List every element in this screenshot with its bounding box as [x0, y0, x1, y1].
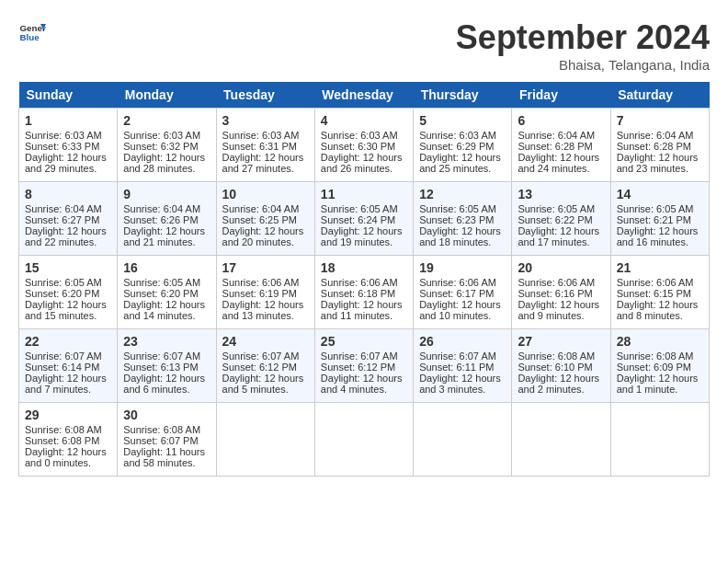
sunrise: Sunrise: 6:07 AM	[419, 350, 496, 362]
table-cell: 18Sunrise: 6:06 AMSunset: 6:18 PMDayligh…	[314, 256, 413, 329]
sunset: Sunset: 6:08 PM	[25, 435, 99, 446]
col-tuesday: Tuesday	[216, 82, 314, 109]
daylight: Daylight: 12 hours and 7 minutes.	[25, 373, 107, 395]
sunset: Sunset: 6:17 PM	[419, 288, 494, 299]
table-cell: 6Sunrise: 6:04 AMSunset: 6:28 PMDaylight…	[512, 109, 610, 182]
logo: General Blue	[18, 18, 46, 46]
sunset: Sunset: 6:14 PM	[25, 362, 99, 373]
day-number: 27	[518, 334, 604, 349]
daylight: Daylight: 12 hours and 1 minute.	[617, 373, 699, 395]
day-number: 17	[222, 260, 309, 275]
sunrise: Sunrise: 6:03 AM	[321, 130, 398, 141]
col-friday: Friday	[512, 82, 610, 109]
table-cell: 15Sunrise: 6:05 AMSunset: 6:20 PMDayligh…	[19, 256, 118, 329]
table-cell	[512, 403, 610, 477]
sunrise: Sunrise: 6:07 AM	[25, 350, 102, 362]
sunset: Sunset: 6:13 PM	[123, 362, 198, 373]
daylight: Daylight: 12 hours and 2 minutes.	[518, 373, 599, 395]
sunset: Sunset: 6:33 PM	[25, 141, 99, 152]
sunset: Sunset: 6:20 PM	[25, 288, 99, 299]
daylight: Daylight: 12 hours and 6 minutes.	[123, 373, 205, 395]
sunrise: Sunrise: 6:06 AM	[617, 277, 694, 288]
table-cell: 11Sunrise: 6:05 AMSunset: 6:24 PMDayligh…	[314, 182, 413, 256]
table-cell: 9Sunrise: 6:04 AMSunset: 6:26 PMDaylight…	[118, 182, 216, 256]
daylight: Daylight: 12 hours and 19 minutes.	[321, 225, 403, 247]
sunrise: Sunrise: 6:04 AM	[222, 203, 300, 214]
table-cell: 4Sunrise: 6:03 AMSunset: 6:30 PMDaylight…	[314, 109, 413, 182]
sunrise: Sunrise: 6:08 AM	[123, 424, 200, 435]
sunrise: Sunrise: 6:07 AM	[321, 350, 398, 362]
sunrise: Sunrise: 6:05 AM	[25, 277, 102, 288]
sunset: Sunset: 6:20 PM	[123, 288, 198, 299]
day-number: 24	[222, 334, 309, 349]
table-cell: 2Sunrise: 6:03 AMSunset: 6:32 PMDaylight…	[118, 109, 216, 182]
day-number: 8	[25, 187, 111, 201]
day-number: 12	[419, 187, 506, 201]
daylight: Daylight: 12 hours and 0 minutes.	[25, 446, 107, 468]
sunset: Sunset: 6:09 PM	[617, 362, 691, 373]
sunset: Sunset: 6:32 PM	[123, 141, 198, 152]
sunset: Sunset: 6:21 PM	[617, 214, 691, 225]
daylight: Daylight: 12 hours and 9 minutes.	[518, 299, 599, 321]
daylight: Daylight: 12 hours and 8 minutes.	[617, 299, 699, 321]
daylight: Daylight: 12 hours and 18 minutes.	[419, 225, 501, 247]
daylight: Daylight: 12 hours and 24 minutes.	[518, 152, 599, 174]
table-cell: 17Sunrise: 6:06 AMSunset: 6:19 PMDayligh…	[216, 256, 314, 329]
daylight: Daylight: 12 hours and 28 minutes.	[123, 152, 205, 174]
table-cell: 10Sunrise: 6:04 AMSunset: 6:25 PMDayligh…	[216, 182, 314, 256]
daylight: Daylight: 12 hours and 10 minutes.	[419, 299, 501, 321]
day-number: 22	[25, 334, 111, 349]
day-number: 4	[321, 113, 407, 128]
title-block: September 2024 Bhaisa, Telangana, India	[456, 18, 710, 73]
sunrise: Sunrise: 6:05 AM	[419, 203, 496, 214]
sunrise: Sunrise: 6:05 AM	[321, 203, 398, 214]
daylight: Daylight: 12 hours and 23 minutes.	[617, 152, 699, 174]
daylight: Daylight: 12 hours and 27 minutes.	[222, 152, 304, 174]
day-number: 29	[25, 408, 111, 422]
table-cell: 7Sunrise: 6:04 AMSunset: 6:28 PMDaylight…	[610, 109, 709, 182]
day-number: 14	[617, 187, 703, 201]
sunrise: Sunrise: 6:07 AM	[222, 350, 300, 362]
sunrise: Sunrise: 6:04 AM	[123, 203, 200, 214]
table-cell: 23Sunrise: 6:07 AMSunset: 6:13 PMDayligh…	[118, 329, 216, 403]
sunset: Sunset: 6:31 PM	[222, 141, 297, 152]
table-cell: 28Sunrise: 6:08 AMSunset: 6:09 PMDayligh…	[610, 329, 709, 403]
sunrise: Sunrise: 6:08 AM	[617, 350, 694, 362]
table-cell: 12Sunrise: 6:05 AMSunset: 6:23 PMDayligh…	[414, 182, 512, 256]
table-cell: 16Sunrise: 6:05 AMSunset: 6:20 PMDayligh…	[118, 256, 216, 329]
daylight: Daylight: 12 hours and 21 minutes.	[123, 225, 205, 247]
sunset: Sunset: 6:29 PM	[419, 141, 494, 152]
table-cell: 3Sunrise: 6:03 AMSunset: 6:31 PMDaylight…	[216, 109, 314, 182]
sunset: Sunset: 6:19 PM	[222, 288, 297, 299]
sunrise: Sunrise: 6:08 AM	[518, 350, 595, 362]
daylight: Daylight: 12 hours and 17 minutes.	[518, 225, 599, 247]
table-cell: 8Sunrise: 6:04 AMSunset: 6:27 PMDaylight…	[19, 182, 118, 256]
col-sunday: Sunday	[19, 82, 118, 109]
day-number: 7	[617, 113, 703, 128]
day-number: 15	[25, 260, 111, 275]
table-cell: 25Sunrise: 6:07 AMSunset: 6:12 PMDayligh…	[314, 329, 413, 403]
sunset: Sunset: 6:15 PM	[617, 288, 691, 299]
day-number: 30	[123, 408, 210, 422]
sunset: Sunset: 6:07 PM	[123, 435, 198, 446]
table-cell	[414, 403, 512, 477]
sunset: Sunset: 6:18 PM	[321, 288, 395, 299]
sunrise: Sunrise: 6:03 AM	[222, 130, 300, 141]
daylight: Daylight: 12 hours and 4 minutes.	[321, 373, 403, 395]
table-cell: 20Sunrise: 6:06 AMSunset: 6:16 PMDayligh…	[512, 256, 610, 329]
daylight: Daylight: 12 hours and 11 minutes.	[321, 299, 403, 321]
day-number: 19	[419, 260, 506, 275]
month-title: September 2024	[456, 18, 710, 57]
sunrise: Sunrise: 6:06 AM	[222, 277, 300, 288]
sunset: Sunset: 6:11 PM	[419, 362, 494, 373]
sunrise: Sunrise: 6:08 AM	[25, 424, 102, 435]
day-number: 3	[222, 113, 309, 128]
sunset: Sunset: 6:12 PM	[321, 362, 395, 373]
day-number: 13	[518, 187, 604, 201]
day-number: 21	[617, 260, 703, 275]
daylight: Daylight: 12 hours and 14 minutes.	[123, 299, 205, 321]
col-monday: Monday	[118, 82, 216, 109]
daylight: Daylight: 12 hours and 15 minutes.	[25, 299, 107, 321]
daylight: Daylight: 12 hours and 16 minutes.	[617, 225, 699, 247]
sunset: Sunset: 6:12 PM	[222, 362, 297, 373]
